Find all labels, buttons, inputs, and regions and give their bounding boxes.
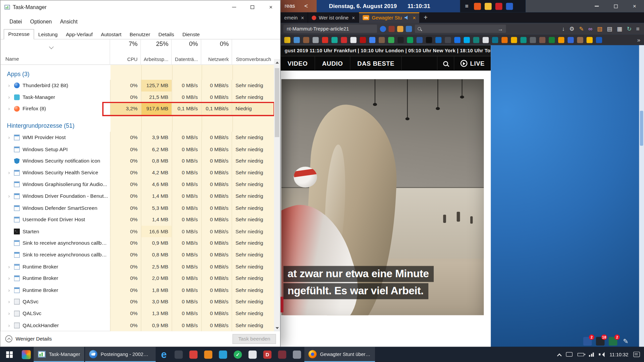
process-row[interactable]: ›Thunderbird (32 Bit)0%125,7 MB0 MB/s0 M…	[0, 80, 274, 92]
toolbar-icon-4[interactable]	[495, 3, 502, 10]
taskbar-pinned-colorful[interactable]	[19, 347, 34, 362]
browser-tab-emein[interactable]: emein×	[280, 12, 308, 23]
nav-live-button[interactable]: LIVE	[454, 56, 491, 71]
addressbar-action-icon-7[interactable]: ▦	[617, 26, 622, 32]
search-input[interactable]: →	[415, 24, 506, 33]
close-button[interactable]: ×	[625, 0, 644, 12]
taskbar-edge-button[interactable]: e	[157, 347, 171, 362]
search-go-icon[interactable]: →	[498, 26, 503, 32]
monitor-tray-icon[interactable]	[566, 352, 573, 357]
process-row[interactable]: ›Windows Security Health Service0%4,2 MB…	[0, 167, 274, 179]
addressbar-icon-1[interactable]	[380, 26, 386, 32]
expand-chevron-icon[interactable]: ›	[7, 311, 11, 316]
tab-close-icon[interactable]: ×	[352, 14, 355, 20]
taskbar-pinned-4[interactable]	[216, 347, 230, 362]
sort-chevron-icon[interactable]	[49, 45, 54, 49]
tm-tab-prozesse[interactable]: Prozesse	[4, 29, 34, 40]
volume-icon[interactable]	[599, 352, 605, 357]
addressbar-icon-3[interactable]	[397, 26, 403, 32]
process-row[interactable]: ›Firefox (8)3,2%917,6 MB0,1 MB/s0,1 MBit…	[0, 103, 274, 115]
taskbar-pinned-7[interactable]: D	[260, 347, 275, 362]
toolbar-icon-2[interactable]	[474, 3, 481, 10]
nav-item-audio[interactable]: AUDIO	[315, 56, 350, 71]
menu-ansicht[interactable]: Ansicht	[56, 17, 82, 26]
battery-icon[interactable]	[578, 353, 584, 356]
browser-tab-wer-ist-online[interactable]: Wer ist online×	[308, 12, 359, 23]
process-row[interactable]: Sink to receive asynchronous callbac...0…	[0, 249, 274, 261]
details-toggle-label[interactable]: Weniger Details	[16, 336, 52, 342]
process-row[interactable]: Windows Defender SmartScreen0%5,3 MB0 MB…	[0, 202, 274, 214]
tm-scrollbar[interactable]	[274, 59, 280, 331]
process-row[interactable]: ›QALSvc0%1,3 MB0 MB/s0 MBit/sSehr niedri…	[0, 308, 274, 319]
bookmark-icon[interactable]	[369, 37, 375, 43]
process-row[interactable]: ›Runtime Broker0%2,5 MB0 MB/s0 MBit/sSeh…	[0, 261, 274, 273]
scroll-up-icon[interactable]	[276, 62, 279, 64]
column-header-datentr[interactable]: 0%Datenträ...	[171, 40, 201, 65]
process-group-header[interactable]: Apps (3)	[0, 68, 274, 80]
bookmark-icon[interactable]	[303, 37, 309, 43]
bookmark-icon[interactable]	[577, 37, 583, 43]
process-row[interactable]: Sink to receive asynchronous callbac...0…	[0, 237, 274, 249]
toolbar-icon-3[interactable]	[485, 3, 492, 10]
addressbar-icon-2[interactable]	[388, 26, 394, 32]
menu-optionen[interactable]: Optionen	[26, 17, 56, 26]
bookmark-icon[interactable]	[445, 37, 451, 43]
bookmark-icon[interactable]	[388, 37, 394, 43]
addressbar-action-icon-4[interactable]: ∞	[588, 26, 592, 32]
toolbar-icon-5[interactable]	[506, 3, 513, 10]
process-row[interactable]: ›Runtime Broker0%2,0 MB0 MB/s0 MBit/sSeh…	[0, 273, 274, 284]
start-button[interactable]	[0, 347, 19, 362]
process-row[interactable]: ›QASvc0%3,0 MB0 MB/s0 MBit/sSehr niedrig	[0, 296, 274, 308]
taskbar-task-thunderbird[interactable]: Posteingang - 2002An...	[85, 347, 156, 362]
tm-tab-dienste[interactable]: Dienste	[178, 30, 204, 39]
address-input[interactable]: nt-Mammut-Treppe-article21	[283, 24, 377, 33]
process-row[interactable]: Windows Security notification icon0%0,8 …	[0, 155, 274, 167]
page-scrollbar-thumb[interactable]	[640, 111, 643, 146]
taskbar-pinned-8[interactable]	[275, 347, 289, 362]
bookmark-icon[interactable]	[331, 37, 337, 43]
bookmark-icon[interactable]	[520, 37, 526, 43]
expand-chevron-icon[interactable]: ›	[7, 82, 11, 88]
column-header-arbeitssp[interactable]: 25%Arbeitssp...	[141, 40, 171, 65]
new-tab-button[interactable]: +	[420, 12, 431, 23]
bookmark-icon[interactable]	[313, 37, 319, 43]
tab-close-icon[interactable]: ×	[413, 14, 416, 20]
scroll-down-icon[interactable]	[276, 327, 279, 329]
taskbar-pinned-9[interactable]	[289, 347, 304, 362]
nav-search-button[interactable]	[437, 56, 453, 71]
bookmark-icon[interactable]	[596, 37, 602, 43]
expand-chevron-icon[interactable]: ›	[7, 170, 11, 176]
bookmark-icon[interactable]	[379, 37, 385, 43]
tm-tab-benutzer[interactable]: Benutzer	[125, 30, 154, 39]
bookmark-icon[interactable]	[360, 37, 366, 43]
expand-chevron-icon[interactable]: ›	[7, 193, 11, 199]
bookmark-icon[interactable]	[464, 37, 470, 43]
bookmark-icon[interactable]	[473, 37, 479, 43]
addressbar-action-icon-2[interactable]: ⚙	[569, 26, 574, 32]
toolbar-icon-1[interactable]: ≡	[463, 3, 470, 10]
process-row[interactable]: Windows Graphisolierung für Audio...0%4,…	[0, 179, 274, 190]
process-row[interactable]: Windows Setup API0%6,2 MB0 MB/s0 MBit/sS…	[0, 143, 274, 155]
taskbar-pinned-2[interactable]	[186, 347, 201, 362]
process-row[interactable]: Usermode Font Driver Host0%1,4 MB0 MB/s0…	[0, 214, 274, 226]
process-row[interactable]: ›Windows Driver Foundation - Benut...0%1…	[0, 190, 274, 202]
page-scrollbar[interactable]	[639, 45, 644, 347]
bookmark-icon[interactable]	[397, 37, 404, 43]
network-icon[interactable]	[589, 352, 594, 356]
bookmark-icon[interactable]	[435, 37, 441, 43]
addressbar-action-icon-5[interactable]: ▧	[597, 26, 602, 32]
minimize-button[interactable]	[587, 0, 606, 12]
taskbar-task-firefox[interactable]: Gewagter Stunt über ...	[304, 347, 375, 362]
taskbar-pinned-3[interactable]	[201, 347, 216, 362]
bookmark-icon[interactable]	[454, 37, 460, 43]
expand-chevron-icon[interactable]: ›	[7, 94, 11, 100]
process-row[interactable]: Starten0%16,6 MB0 MB/s0 MBit/sSehr niedr…	[0, 226, 274, 237]
expand-chevron-icon[interactable]: ›	[7, 322, 11, 328]
process-row[interactable]: ›Task-Manager0%21,5 MB0 MB/s0 MBit/sSehr…	[0, 92, 274, 103]
tm-tab-details[interactable]: Details	[154, 30, 178, 39]
bookmarks-overflow-icon[interactable]: »	[637, 37, 640, 43]
bookmark-icon[interactable]	[511, 37, 517, 43]
bookmark-icon[interactable]	[492, 37, 498, 43]
process-row[interactable]: ›WMI Provider Host0%3,9 MB0 MB/s0 MBit/s…	[0, 132, 274, 143]
addressbar-action-icon-1[interactable]: ↓	[562, 26, 565, 32]
